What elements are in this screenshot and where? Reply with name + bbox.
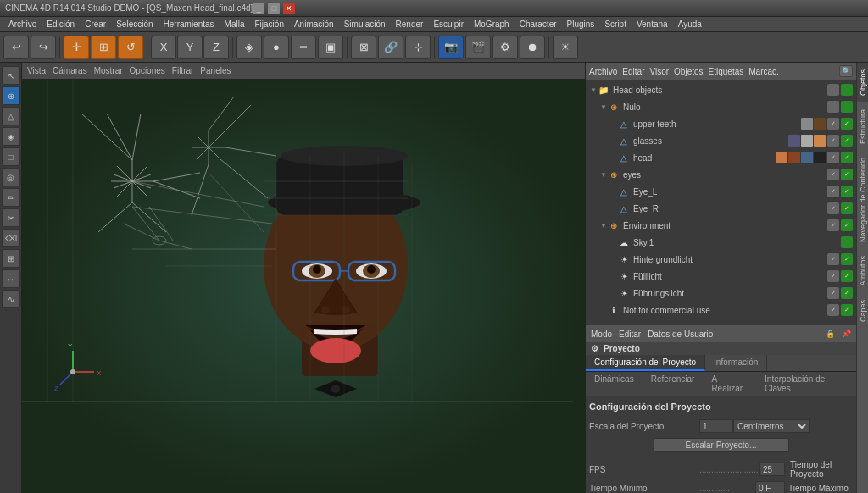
vp-menu-mostrar[interactable]: Mostrar <box>94 66 123 75</box>
escala-unit-select[interactable]: Centímetros <box>733 419 810 433</box>
vp-menu-vista[interactable]: Vista <box>27 66 46 75</box>
menu-item-simulación[interactable]: Simulación <box>339 19 391 30</box>
list-item-eye-l[interactable]: △ Eye_L ✓ ✓ <box>586 183 856 200</box>
tab-realizar[interactable]: A Realizar <box>706 373 753 395</box>
move-button[interactable]: ✛ <box>64 36 89 59</box>
tex-swatch[interactable] <box>801 152 813 163</box>
vp-menu-opciones[interactable]: Opciones <box>130 66 165 75</box>
list-item-head-objects[interactable]: ▼ 📁 Head objects <box>586 81 856 98</box>
obj-menu-etiquetas[interactable]: Etiquetas <box>709 67 744 76</box>
vis-dot[interactable]: ✓ <box>827 287 839 299</box>
render-dot[interactable]: ✓ <box>841 186 853 197</box>
render-dot[interactable] <box>841 236 853 248</box>
menu-item-plugins[interactable]: Plugins <box>562 19 600 30</box>
obj-menu-marcac[interactable]: Marcac. <box>748 67 779 76</box>
render-dot[interactable]: ✓ <box>841 219 853 231</box>
left-tool-12[interactable]: ∿ <box>2 290 20 308</box>
tex-swatch[interactable] <box>788 152 800 163</box>
vis-dot[interactable]: ✓ <box>827 253 839 265</box>
side-tab-estructura[interactable]: Estructura <box>857 102 869 151</box>
menu-item-herramientas[interactable]: Herramientas <box>159 19 220 30</box>
list-item-hintergrundlicht[interactable]: ☀ Hintergrundlicht ✓ ✓ <box>586 251 856 268</box>
tiempo-min-input[interactable] <box>755 481 785 493</box>
render-dot[interactable]: ✓ <box>841 253 853 265</box>
left-tool-9[interactable]: ⌫ <box>2 229 20 247</box>
side-tab-objetos[interactable]: Objetos <box>857 63 869 102</box>
menu-item-edición[interactable]: Edición <box>42 19 80 30</box>
render-dot[interactable] <box>841 84 853 96</box>
vis-dot[interactable]: ✓ <box>827 219 839 231</box>
vis-dot[interactable]: ✓ <box>827 152 839 163</box>
left-tool-10[interactable]: ⊞ <box>2 249 20 268</box>
light-button[interactable]: ☀ <box>553 36 578 59</box>
list-item-fuhrungslicht[interactable]: ☀ Führungslicht ✓ ✓ <box>586 285 856 302</box>
point-mode-button[interactable]: ● <box>264 36 289 59</box>
record-button[interactable]: ⏺ <box>520 36 545 59</box>
vis-dot[interactable] <box>827 84 839 96</box>
menu-item-ayuda[interactable]: Ayuda <box>673 19 707 30</box>
list-item-fullicht[interactable]: ☀ Fülllicht ✓ ✓ <box>586 268 856 285</box>
tab-informacion[interactable]: Información <box>705 355 767 371</box>
list-item-upper-teeth[interactable]: △ upper teeth ✓ ✓ <box>586 115 856 132</box>
vis-dot[interactable]: ✓ <box>827 135 839 147</box>
escalar-btn[interactable]: Escalar Proyecto... <box>654 438 789 452</box>
render-dot[interactable]: ✓ <box>841 152 853 163</box>
poly-mode-button[interactable]: ▣ <box>318 36 343 59</box>
menu-item-animación[interactable]: Animación <box>289 19 339 30</box>
minimize-button[interactable]: _ <box>253 3 264 14</box>
menu-item-mograph[interactable]: MoGraph <box>469 19 515 30</box>
select-all-button[interactable]: ⊠ <box>351 36 376 59</box>
tab-dinamicas[interactable]: Dinámicas <box>589 373 639 395</box>
left-tool-3[interactable]: △ <box>2 107 20 125</box>
undo-button[interactable]: ↩ <box>3 36 29 59</box>
menu-item-fijación[interactable]: Fijación <box>249 19 288 30</box>
render-dot[interactable]: ✓ <box>841 118 853 130</box>
fps-input[interactable] <box>760 463 785 476</box>
left-tool-7[interactable]: ✏ <box>2 188 20 207</box>
menu-item-character[interactable]: Character <box>515 19 562 30</box>
vp-menu-cameras[interactable]: Cámaras <box>53 66 87 75</box>
vis-dot[interactable]: ✓ <box>827 186 839 197</box>
menu-item-selección[interactable]: Selección <box>111 19 158 30</box>
tex-swatch[interactable] <box>814 135 826 147</box>
list-item-nulo[interactable]: ▼ ⊕ Nulo <box>586 98 856 115</box>
list-item-eyes[interactable]: ▼ ⊕ eyes ✓ ✓ <box>586 166 856 183</box>
snap-button[interactable]: 🔗 <box>378 36 403 59</box>
menu-item-malla[interactable]: Malla <box>220 19 250 30</box>
obj-search-button[interactable]: 🔍 <box>839 65 853 77</box>
list-item-sky[interactable]: ☁ Sky.1 <box>586 234 856 251</box>
edge-mode-button[interactable]: ━ <box>291 36 316 59</box>
side-tab-atributos[interactable]: Atributos <box>857 249 869 293</box>
axis-button[interactable]: ⊹ <box>405 36 431 59</box>
tex-swatch[interactable] <box>801 118 813 130</box>
left-tool-4[interactable]: ◈ <box>2 127 20 146</box>
vis-dot[interactable]: ✓ <box>827 270 839 282</box>
menu-item-ventana[interactable]: Ventana <box>632 19 673 30</box>
tex-swatch[interactable] <box>776 152 787 163</box>
vis-dot[interactable]: ✓ <box>827 169 839 180</box>
redo-button[interactable]: ↪ <box>31 36 56 59</box>
tab-referenciar[interactable]: Referenciar <box>646 373 700 395</box>
left-tool-6[interactable]: ◎ <box>2 168 20 186</box>
obj-menu-visor[interactable]: Visor <box>649 67 669 76</box>
escala-input[interactable] <box>699 419 733 433</box>
render-dot[interactable]: ✓ <box>841 304 853 316</box>
vis-dot[interactable]: ✓ <box>827 118 839 130</box>
list-item-glasses[interactable]: △ glasses ✓ ✓ <box>586 132 856 149</box>
render-dot[interactable]: ✓ <box>841 169 853 180</box>
tex-swatch[interactable] <box>788 135 800 147</box>
side-tab-navegador[interactable]: Navegador de Contenido <box>857 151 869 249</box>
render-dot[interactable]: ✓ <box>841 202 853 214</box>
obj-menu-objetos[interactable]: Objetos <box>674 67 703 76</box>
maximize-button[interactable]: □ <box>268 3 280 14</box>
mode-z[interactable]: Z <box>203 36 229 59</box>
vp-menu-filtrar[interactable]: Filtrar <box>172 66 194 75</box>
left-tool-2[interactable]: ⊕ <box>2 86 20 105</box>
vis-dot[interactable]: ✓ <box>827 202 839 214</box>
object-mode-button[interactable]: ◈ <box>236 36 262 59</box>
menu-item-script[interactable]: Script <box>599 19 632 30</box>
obj-menu-editar[interactable]: Editar <box>622 67 644 76</box>
list-item-eye-r[interactable]: △ Eye_R ✓ ✓ <box>586 200 856 217</box>
attr-menu-editar[interactable]: Editar <box>619 330 641 339</box>
left-tool-5[interactable]: □ <box>2 147 20 166</box>
